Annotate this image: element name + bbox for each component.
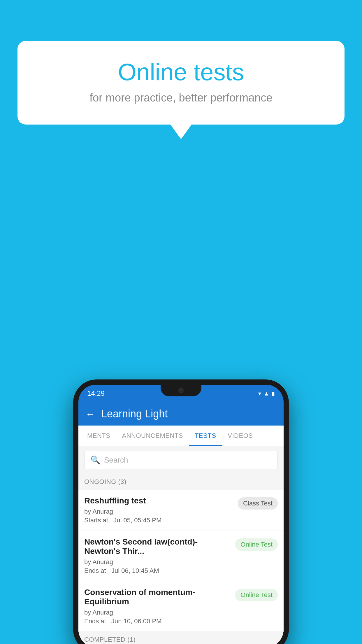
signal-icon: ▲	[263, 390, 269, 397]
ongoing-section-label: ONGOING (3)	[78, 474, 284, 490]
test-info-3: Conservation of momentum-Equilibrium by …	[84, 588, 235, 625]
test-badge-3: Online Test	[235, 589, 278, 601]
phone-outer: 14:29 ▾ ▲ ▮ ← Learning Light MENTS ANNOU…	[73, 379, 289, 644]
speech-bubble-title: Online tests	[41, 58, 321, 86]
test-time-value-3: Jun 10, 06:00 PM	[111, 617, 161, 625]
test-item-3[interactable]: Conservation of momentum-Equilibrium by …	[78, 581, 284, 632]
phone-wrapper: 14:29 ▾ ▲ ▮ ← Learning Light MENTS ANNOU…	[73, 379, 289, 644]
wifi-icon: ▾	[258, 390, 261, 397]
speech-bubble-subtitle: for more practice, better performance	[41, 92, 321, 104]
test-name-1: Reshuffling test	[84, 496, 233, 505]
tab-videos[interactable]: VIDEOS	[222, 426, 259, 446]
phone-notch	[161, 385, 201, 396]
tabs-bar: MENTS ANNOUNCEMENTS TESTS VIDEOS	[78, 426, 284, 446]
battery-icon: ▮	[272, 390, 275, 397]
test-by-2: by Anurag	[84, 558, 231, 566]
test-by-1: by Anurag	[84, 508, 233, 515]
completed-section-label: COMPLETED (1)	[78, 632, 284, 644]
test-by-3: by Anurag	[84, 609, 231, 616]
phone-camera	[178, 388, 184, 393]
app-bar-title: Learning Light	[101, 408, 168, 420]
test-badge-2: Online Test	[235, 538, 278, 551]
test-time-value-2: Jul 06, 10:45 AM	[111, 567, 159, 574]
status-icons: ▾ ▲ ▮	[258, 390, 275, 397]
test-time-3: Ends at Jun 10, 06:00 PM	[84, 617, 231, 625]
search-input[interactable]: Search	[104, 456, 128, 465]
search-icon: 🔍	[90, 455, 101, 465]
phone-screen: ← Learning Light MENTS ANNOUNCEMENTS TES…	[78, 402, 284, 644]
speech-bubble-container: Online tests for more practice, better p…	[17, 41, 345, 125]
test-badge-1: Class Test	[238, 497, 278, 510]
test-item-2[interactable]: Newton's Second law(contd)-Newton's Thir…	[78, 531, 284, 581]
status-bar: 14:29 ▾ ▲ ▮	[78, 385, 284, 402]
search-bar[interactable]: 🔍 Search	[84, 451, 278, 469]
test-time-label-1: Starts at	[84, 517, 108, 524]
status-time: 14:29	[87, 389, 105, 398]
test-info-1: Reshuffling test by Anurag Starts at Jul…	[84, 496, 238, 524]
tab-announcements[interactable]: ANNOUNCEMENTS	[116, 426, 189, 446]
app-bar: ← Learning Light	[78, 402, 284, 426]
test-name-2: Newton's Second law(contd)-Newton's Thir…	[84, 537, 231, 556]
test-time-value-1: Jul 05, 05:45 PM	[113, 517, 161, 524]
test-time-1: Starts at Jul 05, 05:45 PM	[84, 517, 233, 524]
back-button[interactable]: ←	[85, 408, 95, 420]
test-time-2: Ends at Jul 06, 10:45 AM	[84, 567, 231, 575]
test-time-label-2: Ends at	[84, 567, 106, 574]
speech-bubble: Online tests for more practice, better p…	[17, 41, 345, 125]
search-container: 🔍 Search	[78, 446, 284, 474]
tab-ments[interactable]: MENTS	[81, 426, 116, 446]
test-info-2: Newton's Second law(contd)-Newton's Thir…	[84, 537, 235, 575]
tab-tests[interactable]: TESTS	[189, 426, 222, 446]
test-item-1[interactable]: Reshuffling test by Anurag Starts at Jul…	[78, 490, 284, 531]
test-time-label-3: Ends at	[84, 617, 106, 625]
test-name-3: Conservation of momentum-Equilibrium	[84, 588, 231, 606]
test-list: Reshuffling test by Anurag Starts at Jul…	[78, 490, 284, 632]
